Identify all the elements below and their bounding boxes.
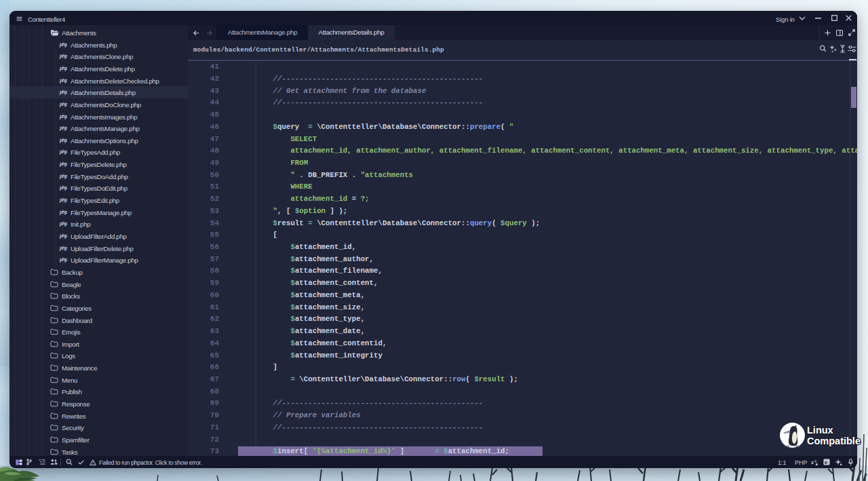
svg-text:php: php xyxy=(59,66,67,71)
svg-text:php: php xyxy=(59,90,67,96)
svg-text:php: php xyxy=(59,102,67,107)
svg-text:php: php xyxy=(59,233,67,239)
svg-text:php: php xyxy=(59,54,67,60)
svg-text:php: php xyxy=(59,174,67,179)
svg-text:Compatible: Compatible xyxy=(807,436,861,446)
svg-text:php: php xyxy=(59,126,67,131)
svg-text:A: A xyxy=(814,459,817,463)
svg-text:php: php xyxy=(59,186,67,191)
svg-text:z: z xyxy=(811,459,814,465)
svg-text:php: php xyxy=(59,197,67,203)
svg-text:php: php xyxy=(59,246,67,251)
svg-text:php: php xyxy=(59,42,67,47)
svg-text:php: php xyxy=(59,210,67,215)
svg-text:php: php xyxy=(59,150,67,155)
svg-text:php: php xyxy=(59,222,67,227)
svg-text:php: php xyxy=(59,161,67,167)
svg-text:php: php xyxy=(59,114,67,119)
svg-text:php: php xyxy=(59,78,67,83)
svg-text:Linux: Linux xyxy=(807,425,833,436)
svg-text:php: php xyxy=(59,258,67,263)
svg-text:php: php xyxy=(59,138,67,143)
svg-text:K: K xyxy=(825,461,828,465)
